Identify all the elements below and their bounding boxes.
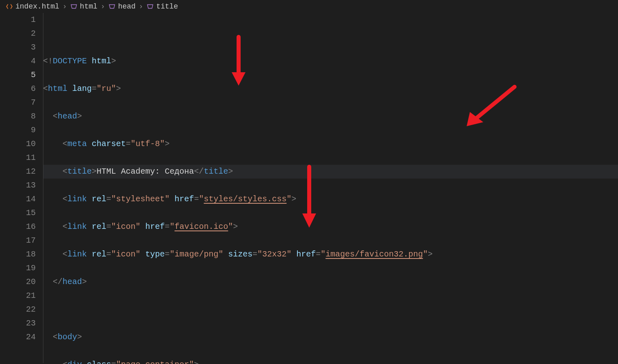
line-number: 15 (0, 206, 36, 220)
line-number: 9 (0, 123, 36, 137)
symbol-icon (70, 3, 78, 10)
line-number: 13 (0, 179, 36, 192)
chevron-right-icon: › (101, 2, 105, 11)
line-number: 24 (0, 330, 36, 344)
line-number: 19 (0, 261, 36, 275)
line-number-gutter: 1 2 3 4 5 6 7 8 9 10 11 12 13 14 15 16 1… (0, 13, 43, 363)
code-line: <link rel="icon" type="image/png" sizes=… (43, 248, 618, 261)
code-line: <div class="page-container"> (43, 358, 618, 364)
code-editor[interactable]: 1 2 3 4 5 6 7 8 9 10 11 12 13 14 15 16 1… (0, 13, 618, 363)
code-line: </head> (43, 275, 618, 289)
line-number: 3 (0, 41, 36, 54)
line-number: 7 (0, 96, 36, 110)
line-number: 2 (0, 27, 36, 41)
line-number: 22 (0, 303, 36, 317)
line-number: 4 (0, 54, 36, 68)
code-line: <html lang="ru"> (43, 82, 618, 96)
breadcrumb-head[interactable]: head (108, 2, 136, 11)
line-number: 21 (0, 289, 36, 303)
code-line: <body> (43, 330, 618, 344)
line-number: 5 (0, 68, 36, 82)
breadcrumb-file[interactable]: index.html (6, 2, 59, 11)
breadcrumb-label: title (156, 2, 178, 11)
breadcrumb-label: head (118, 2, 136, 11)
breadcrumb-file-label: index.html (15, 2, 59, 11)
code-line: <link rel="icon" href="favicon.ico"> (43, 220, 618, 234)
line-number: 12 (0, 165, 36, 179)
chevron-right-icon: › (62, 2, 67, 11)
file-code-icon (6, 3, 13, 10)
symbol-icon (146, 3, 154, 10)
code-line: <!DOCTYPE html> (43, 54, 618, 68)
line-number: 6 (0, 82, 36, 96)
code-line: <title>HTML Academy: Седона</title> (43, 165, 618, 179)
line-number: 11 (0, 151, 36, 165)
line-number: 17 (0, 234, 36, 248)
code-line: <link rel="stylesheet" href="styles/styl… (43, 192, 618, 206)
line-number: 23 (0, 317, 36, 330)
breadcrumb: index.html › html › head › title (0, 0, 618, 13)
symbol-icon (108, 3, 116, 10)
line-number: 16 (0, 220, 36, 234)
breadcrumb-label: html (80, 2, 97, 11)
line-number: 10 (0, 137, 36, 151)
line-number: 18 (0, 248, 36, 261)
breadcrumb-title[interactable]: title (146, 2, 178, 11)
code-line: <head> (43, 110, 618, 123)
code-content[interactable]: <!DOCTYPE html> <html lang="ru"> <head> … (43, 13, 618, 363)
indent-guide (43, 13, 43, 363)
line-number: 1 (0, 13, 36, 27)
line-number: 8 (0, 110, 36, 123)
code-line: <meta charset="utf-8"> (43, 137, 618, 151)
chevron-right-icon: › (139, 2, 143, 11)
line-number: 14 (0, 192, 36, 206)
breadcrumb-html[interactable]: html (70, 2, 97, 11)
line-number: 20 (0, 275, 36, 289)
code-line (43, 303, 618, 317)
